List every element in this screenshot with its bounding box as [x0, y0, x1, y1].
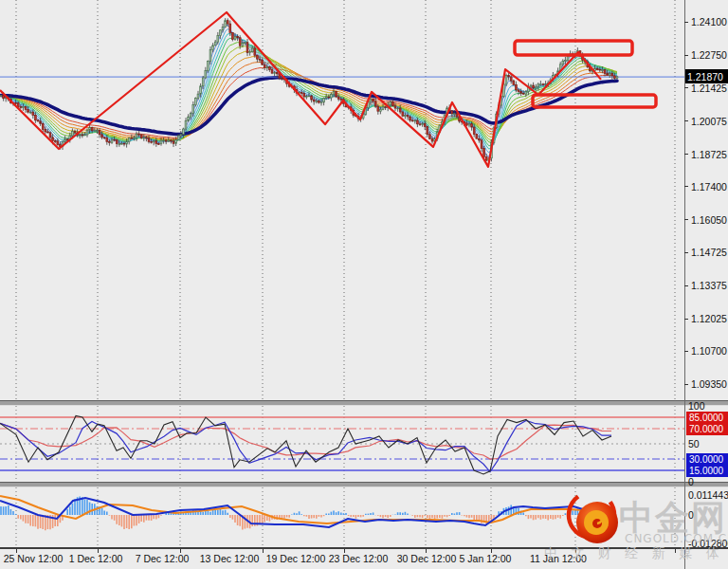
current-price-badge: 1.21870 — [685, 69, 728, 83]
price-axis-label: 1.13375 — [691, 280, 727, 291]
time-axis-tick — [263, 549, 264, 553]
price-axis-tick — [684, 186, 688, 187]
price-axis-tick — [684, 285, 688, 286]
price-axis-tick — [684, 252, 688, 253]
time-axis-label: 5 Jan 12:00 — [460, 553, 512, 564]
price-axis-label: 1.20075 — [691, 116, 727, 127]
main-price-chart[interactable] — [0, 0, 684, 400]
mt4-chart-window: 1.241001.227501.214251.200751.187251.174… — [0, 0, 728, 569]
time-axis-label: 1 Dec 12:00 — [69, 553, 123, 564]
oscillator-panel[interactable] — [0, 406, 684, 482]
time-axis-label: 11 Jan 12:00 — [530, 553, 587, 564]
oscillator-axis-label: 0 — [688, 476, 694, 487]
time-axis-tick — [675, 549, 676, 553]
price-axis-tick — [684, 22, 688, 23]
price-axis-tick — [684, 120, 688, 121]
price-axis-label: 1.10700 — [691, 345, 727, 357]
price-axis-label: 1.14725 — [691, 247, 727, 258]
time-axis-label: 30 Dec 12:00 — [397, 553, 456, 564]
price-axis-label: 1.22750 — [691, 49, 727, 61]
price-axis-tick — [684, 384, 688, 385]
macd-panel[interactable] — [0, 487, 684, 547]
price-axis-label: 1.17400 — [691, 181, 727, 193]
oscillator-axis-label: 100 — [688, 400, 705, 412]
time-axis-label: 25 Nov 12:00 — [4, 553, 63, 564]
oscillator-axis-label: 50 — [688, 438, 700, 450]
time-axis-label: 19 Dec 12:00 — [266, 553, 325, 564]
price-axis-tick — [684, 55, 688, 56]
price-axis-label: 1.16050 — [691, 214, 727, 226]
price-axis-tick — [684, 319, 688, 320]
price-axis-tick — [684, 87, 688, 88]
time-axis-line — [0, 547, 728, 549]
price-axis-tick — [684, 219, 688, 220]
price-axis-tick — [684, 351, 688, 352]
price-axis-tick — [684, 154, 688, 155]
macd-axis-label: -0.0128003 — [688, 538, 728, 549]
price-axis-label: 1.21425 — [691, 83, 727, 94]
oscillator-level-badge: 15.0000 — [686, 465, 728, 477]
time-axis-label: 13 Dec 12:00 — [200, 553, 259, 564]
macd-axis-label: 0.0114437 — [688, 489, 728, 501]
price-axis-label: 1.18725 — [691, 149, 727, 160]
price-axis-label: 1.24100 — [691, 16, 727, 28]
oscillator-level-badge: 70.0000 — [686, 423, 728, 435]
time-axis-label: 23 Dec 12:00 — [329, 553, 388, 564]
price-axis-label: 1.09350 — [691, 378, 727, 390]
time-axis-label: 7 Dec 12:00 — [136, 553, 190, 564]
price-axis-label: 1.12025 — [691, 313, 727, 324]
macd-axis-label: 0 — [688, 509, 694, 521]
